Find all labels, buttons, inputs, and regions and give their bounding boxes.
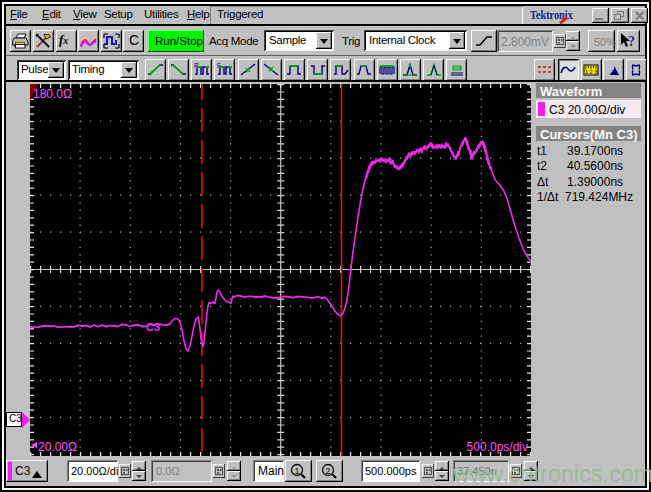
- svg-text:?: ?: [628, 34, 635, 49]
- svg-text:1 2 3: 1 2 3: [585, 69, 597, 75]
- svg-text:180.0Ω: 180.0Ω: [33, 87, 72, 101]
- svg-text:20.00Ω: 20.00Ω: [38, 440, 77, 454]
- svg-text:500.0ps/div: 500.0ps/div: [467, 440, 528, 454]
- svg-text:2: 2: [326, 466, 331, 476]
- svg-text:1: 1: [295, 466, 300, 476]
- svg-text:C3: C3: [146, 321, 160, 333]
